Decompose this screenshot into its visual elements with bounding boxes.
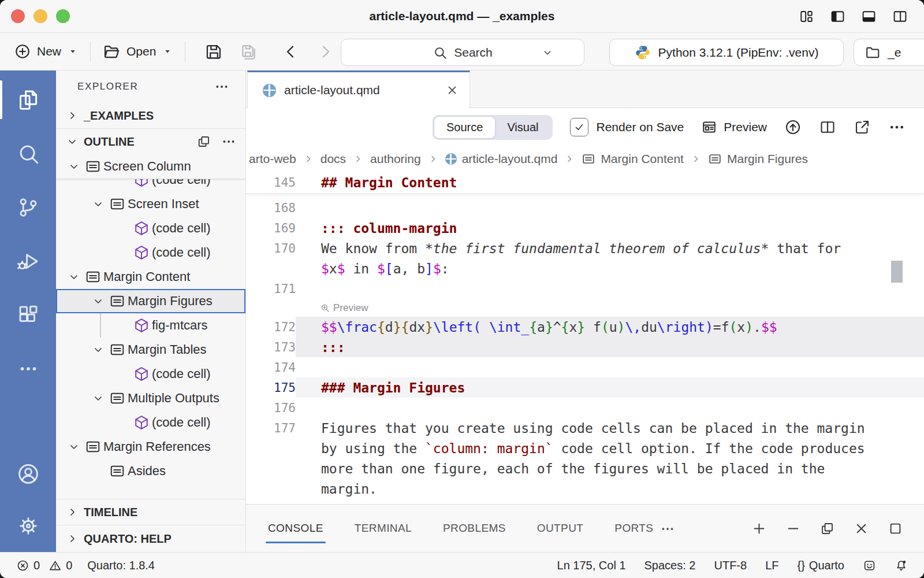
- line-number[interactable]: 169: [246, 221, 296, 235]
- search-input[interactable]: Search: [341, 39, 584, 66]
- quarto-version-status[interactable]: Quarto: 1.8.4: [87, 559, 155, 572]
- toggle-primary-sidebar-icon[interactable]: [830, 9, 845, 24]
- breadcrumb-item-authoring[interactable]: authoring: [370, 152, 421, 166]
- editor-tab-article-layout[interactable]: article-layout.qmd: [247, 71, 470, 108]
- code-line-145[interactable]: 145## Margin Content: [246, 172, 924, 194]
- outline-item-code-cell[interactable]: (code cell): [56, 362, 245, 386]
- line-number[interactable]: 173: [246, 340, 296, 354]
- outline-item-asides[interactable]: Asides: [56, 459, 245, 483]
- indentation-status[interactable]: Spaces: 2: [644, 559, 696, 572]
- chevron-down-icon[interactable]: [65, 159, 83, 174]
- panel-tab-output[interactable]: OUTPUT: [536, 517, 585, 539]
- outline-item-margin-references[interactable]: Margin References: [56, 435, 245, 459]
- outline-more-actions-icon[interactable]: [221, 134, 236, 149]
- restore-panel-icon[interactable]: [819, 521, 835, 536]
- render-on-save-checkbox[interactable]: [570, 118, 588, 136]
- navigate-back-icon[interactable]: [281, 42, 300, 61]
- outline-item-code-cell[interactable]: (code cell): [56, 410, 245, 435]
- breadcrumb-item-article-layout-qmd[interactable]: article-layout.qmd: [445, 152, 558, 166]
- panel-more-tabs-icon[interactable]: [660, 521, 675, 536]
- code-line-176[interactable]: 176: [246, 398, 924, 418]
- code-line[interactable]: more than one figure, each of the figure…: [246, 458, 924, 479]
- source-control-icon[interactable]: [0, 180, 56, 234]
- minimize-window-button[interactable]: [33, 9, 47, 23]
- outline-item-multiple-outputs[interactable]: Multiple Outputs: [56, 386, 245, 410]
- line-number[interactable]: 145: [246, 176, 296, 190]
- code-line[interactable]: by using the `column: margin` code cell …: [246, 438, 924, 458]
- extensions-icon[interactable]: [0, 288, 56, 342]
- problems-status[interactable]: 0 0: [16, 559, 72, 572]
- encoding-status[interactable]: UTF-8: [714, 559, 747, 572]
- explorer-more-actions-icon[interactable]: [214, 79, 229, 94]
- line-number[interactable]: 170: [246, 242, 296, 255]
- sidebar-section-quarto-help[interactable]: QUARTO: HELP: [56, 525, 245, 552]
- more-views-icon[interactable]: [0, 342, 56, 395]
- code-editor[interactable]: 145## Margin Content168169::: column-mar…: [246, 172, 924, 504]
- maximize-panel-icon[interactable]: [888, 521, 903, 536]
- panel-tab-problems[interactable]: PROBLEMS: [442, 517, 507, 539]
- code-line-169[interactable]: 169::: column-margin: [246, 218, 924, 238]
- code-line[interactable]: $x$ in $[a, b]$:: [246, 258, 924, 279]
- settings-gear-icon[interactable]: [0, 500, 56, 552]
- editor-scrollbar-thumb[interactable]: [891, 261, 903, 283]
- line-number[interactable]: 172: [246, 320, 296, 334]
- chevron-down-icon[interactable]: [90, 342, 107, 357]
- panel-tab-console[interactable]: CONSOLE: [267, 517, 325, 539]
- codelens-preview[interactable]: Preview: [246, 299, 924, 317]
- save-all-icon[interactable]: [239, 42, 258, 61]
- outline-item-margin-tables[interactable]: Margin Tables: [56, 338, 245, 362]
- toggle-panel-icon[interactable]: [861, 9, 877, 24]
- feedback-smiley-icon[interactable]: [863, 559, 876, 572]
- outline-item-screen-inset[interactable]: Screen Inset: [56, 192, 245, 216]
- open-external-icon[interactable]: [854, 118, 871, 136]
- chevron-down-icon[interactable]: [90, 197, 107, 212]
- collapse-all-icon[interactable]: [196, 134, 211, 149]
- run-debug-icon[interactable]: [0, 234, 56, 288]
- outline-item-margin-figures[interactable]: Margin Figures: [56, 289, 245, 313]
- chevron-down-icon[interactable]: [65, 439, 83, 454]
- line-number[interactable]: 168: [246, 201, 296, 215]
- outline-item-code-cell[interactable]: (code cell): [56, 216, 245, 240]
- language-mode-status[interactable]: {} Quarto: [797, 559, 844, 572]
- outline-item-fig-mtcars[interactable]: fig-mtcars: [56, 313, 245, 338]
- source-mode-button[interactable]: Source: [434, 117, 495, 138]
- account-icon[interactable]: [0, 448, 56, 500]
- line-number[interactable]: 171: [246, 282, 296, 296]
- close-panel-icon[interactable]: [854, 521, 869, 536]
- line-number[interactable]: 175: [246, 381, 296, 395]
- cursor-position-status[interactable]: Ln 175, Col 1: [557, 559, 626, 572]
- python-interpreter-button[interactable]: Python 3.12.1 (PipEnv: .venv): [609, 39, 844, 66]
- code-line-174[interactable]: 174: [246, 357, 924, 377]
- visual-mode-button[interactable]: Visual: [495, 117, 550, 138]
- code-line[interactable]: margin.: [246, 479, 924, 499]
- open-button[interactable]: Open: [102, 42, 173, 61]
- sidebar-section-timeline[interactable]: TIMELINE: [56, 499, 245, 525]
- new-terminal-icon[interactable]: [751, 521, 767, 536]
- code-line-168[interactable]: 168: [246, 198, 924, 218]
- editor-more-actions-icon[interactable]: [888, 118, 906, 136]
- minimize-panel-icon[interactable]: [785, 521, 801, 536]
- outline-item-margin-content[interactable]: Margin Content: [56, 265, 245, 289]
- chevron-down-icon[interactable]: [90, 294, 107, 309]
- customize-layout-icon[interactable]: [799, 9, 814, 24]
- search-view-icon[interactable]: [0, 127, 56, 180]
- split-editor-icon[interactable]: [819, 118, 836, 136]
- sidebar-section-examples[interactable]: _EXAMPLES: [56, 103, 245, 129]
- explorer-icon[interactable]: [0, 73, 56, 127]
- breadcrumb-item-margin-content[interactable]: Margin Content: [582, 152, 684, 166]
- toggle-secondary-sidebar-icon[interactable]: [892, 9, 908, 24]
- render-document-icon[interactable]: [784, 118, 802, 136]
- panel-tab-ports[interactable]: PORTS: [613, 517, 654, 539]
- line-number[interactable]: 174: [246, 361, 296, 375]
- code-line-177[interactable]: 177Figures that you create using code ce…: [246, 418, 924, 438]
- code-line-171[interactable]: 171: [246, 279, 924, 299]
- line-number[interactable]: 176: [246, 401, 296, 415]
- notifications-bell-icon[interactable]: [895, 559, 908, 572]
- code-line-173[interactable]: 173:::: [246, 337, 924, 357]
- outline-item-screen-column[interactable]: Screen Column: [56, 154, 245, 179]
- preview-button[interactable]: Preview: [701, 119, 767, 135]
- code-line-170[interactable]: 170We know from *the first fundamental t…: [246, 238, 924, 258]
- eol-status[interactable]: LF: [765, 559, 778, 572]
- zoom-window-button[interactable]: [56, 9, 70, 23]
- chevron-down-icon[interactable]: [65, 269, 83, 284]
